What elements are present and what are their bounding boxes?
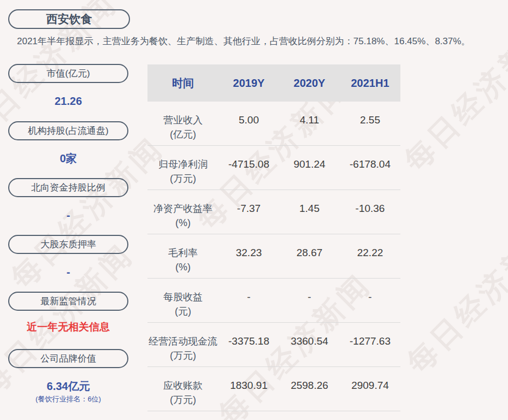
header-time: 时间 [147, 64, 218, 102]
row-metric-unit: (亿元) [147, 127, 218, 141]
row-metric-unit: (元) [147, 304, 218, 318]
stock-name: 西安饮食 [46, 11, 92, 27]
business-summary-text: 2021年半年报显示，主营业务为餐饮、生产制造、其他行业，占营收比例分别为：75… [17, 35, 470, 48]
row-metric-name: 营业收入 [147, 113, 218, 127]
table-body: 营业收入 (亿元) 5.00 4.11 2.55 归母净利润 (万元) -471… [147, 102, 400, 411]
stat-label-pill: 北向资金持股比例 [8, 178, 128, 197]
row-value-2021h1: -6178.04 [340, 157, 400, 190]
row-metric-name: 经营活动现金流 [147, 334, 218, 348]
header-2020y: 2020Y [279, 64, 340, 102]
row-value-2021h1: 22.22 [340, 246, 400, 278]
row-value-2020y: 2598.26 [279, 378, 340, 411]
stat-market-cap: 市值(亿元) 21.26 [0, 64, 137, 108]
stat-value: - [0, 265, 137, 279]
row-metric: 营业收入 (亿元) [147, 113, 218, 145]
row-metric: 毛利率 (%) [147, 246, 218, 278]
stock-name-badge: 西安饮食 [8, 9, 130, 29]
stat-label: 最新监管情况 [40, 295, 96, 307]
row-metric: 每股收益 (元) [147, 290, 218, 322]
table-row: 归母净利润 (万元) -4715.08 901.24 -6178.04 [147, 146, 400, 190]
row-value-2020y: 1.45 [279, 202, 340, 234]
stat-label: 公司品牌价值 [40, 352, 96, 365]
row-value-2019y: -7.37 [218, 202, 279, 234]
stat-value: 21.26 [0, 94, 137, 108]
table-row: 毛利率 (%) 32.23 28.67 22.22 [147, 234, 400, 279]
row-metric-unit: (万元) [147, 171, 218, 186]
stat-label-pill: 市值(亿元) [8, 64, 128, 83]
stat-regulatory-status: 最新监管情况 近一年无相关信息 [0, 292, 137, 334]
row-metric: 归母净利润 (万元) [147, 157, 218, 190]
row-value-2020y: 901.24 [279, 157, 340, 190]
stat-brand-value: 公司品牌价值 6.34亿元 (餐饮行业排名：6位) [0, 349, 137, 404]
row-metric-unit: (%) [147, 216, 218, 230]
row-metric: 经营活动现金流 (万元) [147, 334, 218, 366]
table-row: 每股收益 (元) - - - [147, 279, 400, 323]
stat-label: 大股东质押率 [40, 238, 96, 251]
row-value-2019y: 32.23 [218, 246, 279, 278]
row-metric-unit: (万元) [147, 393, 218, 407]
table-row: 营业收入 (亿元) 5.00 4.11 2.55 [147, 102, 400, 146]
table-header-row: 时间 2019Y 2020Y 2021H1 [147, 64, 400, 102]
row-value-2020y: 4.11 [279, 113, 340, 145]
row-metric-unit: (%) [147, 260, 218, 274]
row-value-2019y: -4715.08 [218, 157, 279, 190]
stat-label: 市值(亿元) [46, 67, 90, 80]
row-metric: 净资产收益率 (%) [147, 202, 218, 234]
stat-label-pill: 最新监管情况 [8, 292, 128, 311]
row-value-2020y: - [279, 290, 340, 322]
row-value-2021h1: - [340, 290, 400, 322]
stat-value: 近一年无相关信息 [0, 321, 137, 334]
row-value-2020y: 3360.54 [279, 334, 340, 366]
stat-label: 机构持股(占流通盘) [28, 125, 108, 137]
stat-value: - [0, 209, 137, 222]
stat-value: 0家 [0, 152, 137, 165]
table-row: 应收账款 (万元) 1830.91 2598.26 2909.74 [147, 367, 400, 411]
row-value-2019y: 1830.91 [218, 378, 279, 411]
financials-table: 时间 2019Y 2020Y 2021H1 营业收入 (亿元) 5.00 4.1… [147, 64, 400, 411]
stat-label: 北向资金持股比例 [31, 181, 105, 194]
financial-infographic-page: 每日经济新闻 每日经济新闻 每日经济新闻 每日经济新闻 每日经济新闻 每日经济新… [0, 0, 508, 420]
stat-value: 6.34亿元 [0, 380, 137, 393]
row-value-2019y: 5.00 [218, 113, 279, 145]
stat-subtext: (餐饮行业排名：6位) [0, 394, 137, 404]
row-value-2021h1: 2909.74 [340, 378, 400, 411]
stat-label-pill: 机构持股(占流通盘) [8, 121, 128, 140]
table-row: 净资产收益率 (%) -7.37 1.45 -10.36 [147, 190, 400, 234]
watermark-text: 每日经济新闻 [399, 213, 508, 382]
row-value-2019y: - [218, 290, 279, 322]
row-metric-name: 归母净利润 [147, 157, 218, 171]
header-2019y: 2019Y [218, 64, 279, 102]
table-row: 经营活动现金流 (万元) -3375.18 3360.54 -1277.63 [147, 323, 400, 367]
row-metric-unit: (万元) [147, 348, 218, 363]
stat-northbound-holding: 北向资金持股比例 - [0, 178, 137, 222]
row-metric-name: 应收账款 [147, 378, 218, 393]
row-value-2019y: -3375.18 [218, 334, 279, 366]
stat-major-shareholder-pledge: 大股东质押率 - [0, 235, 137, 279]
row-metric-name: 毛利率 [147, 246, 218, 260]
row-metric-name: 每股收益 [147, 290, 218, 304]
row-metric: 应收账款 (万元) [147, 378, 218, 411]
row-metric-name: 净资产收益率 [147, 202, 218, 216]
row-value-2020y: 28.67 [279, 246, 340, 278]
stat-institutional-holding: 机构持股(占流通盘) 0家 [0, 121, 137, 165]
row-value-2021h1: -10.36 [340, 202, 400, 234]
row-value-2021h1: 2.55 [340, 113, 400, 145]
header-2021h1: 2021H1 [340, 64, 400, 102]
stat-label-pill: 公司品牌价值 [8, 349, 128, 368]
stat-label-pill: 大股东质押率 [8, 235, 128, 254]
row-value-2021h1: -1277.63 [340, 334, 400, 366]
